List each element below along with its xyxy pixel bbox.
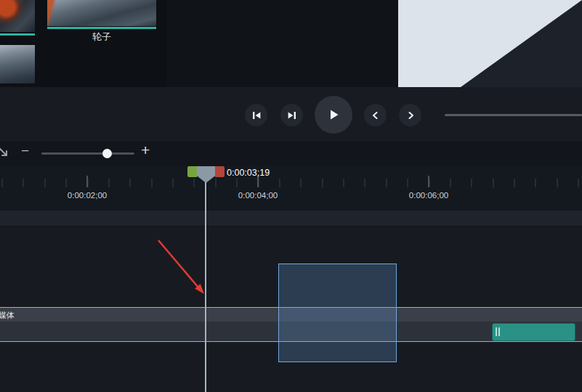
clip-grip-icon	[498, 327, 500, 336]
timeline-clip-teal[interactable]	[492, 323, 575, 341]
selection-marquee	[278, 264, 397, 362]
transport-bar	[0, 87, 582, 142]
clip-grip-icon	[496, 327, 497, 336]
timeline-toolbar: − +	[0, 142, 582, 166]
track-label: 媒体	[0, 310, 15, 321]
slide-diagonal-shape	[398, 0, 582, 87]
next-frame-button[interactable]	[280, 104, 303, 126]
playhead-time-label: 0:00:03;19	[227, 168, 270, 178]
preview-slide[interactable]	[398, 0, 582, 87]
timeline-empty-lane	[0, 211, 582, 226]
transport-progress-slider[interactable]	[445, 114, 582, 116]
zoom-slider-track[interactable]	[41, 152, 134, 155]
zoom-in-button[interactable]: +	[141, 142, 150, 159]
prev-frame-icon	[251, 110, 262, 121]
partial-tool-icon	[0, 145, 9, 164]
next-frame-icon	[287, 110, 297, 121]
playhead-out-handle[interactable]	[215, 166, 225, 177]
preview-canvas[interactable]	[167, 0, 582, 87]
ruler-time-label: 0:00:04;00	[225, 191, 291, 200]
media-thumbnail-2[interactable]	[0, 45, 35, 83]
zoom-slider-handle[interactable]	[102, 149, 112, 158]
playhead-in-handle[interactable]	[187, 166, 197, 177]
ruler-major-tick	[86, 176, 88, 187]
selected-indicator	[47, 27, 156, 29]
play-button[interactable]	[315, 96, 352, 134]
play-icon	[326, 107, 341, 122]
playhead-line[interactable]	[205, 182, 206, 392]
media-thumbnail-1[interactable]	[0, 0, 35, 32]
ruler-major-tick	[428, 176, 429, 187]
selected-indicator	[0, 33, 35, 36]
video-editor-window: 轮子	[0, 0, 582, 392]
step-back-button[interactable]	[364, 104, 387, 126]
timeline-tracks-area[interactable]: 媒体	[0, 211, 582, 392]
previous-frame-button[interactable]	[245, 104, 267, 126]
step-forward-button[interactable]	[399, 104, 421, 126]
timeline-ruler[interactable]: 0:00:02;00 0:00:04;00 0:00:06;00 0:00:03…	[0, 166, 582, 211]
media-thumbnail-wheel[interactable]	[47, 0, 156, 26]
playhead-marker[interactable]	[187, 166, 225, 183]
ruler-time-label: 0:00:02;00	[54, 191, 120, 200]
media-library-panel: 轮子	[0, 0, 167, 87]
zoom-out-button[interactable]: −	[21, 143, 29, 159]
playhead-head[interactable]	[197, 166, 215, 183]
media-item-label: 轮子	[47, 30, 156, 44]
ruler-time-label: 0:00:06;00	[396, 191, 461, 200]
chevron-right-icon	[405, 110, 416, 121]
chevron-left-icon	[371, 110, 381, 121]
